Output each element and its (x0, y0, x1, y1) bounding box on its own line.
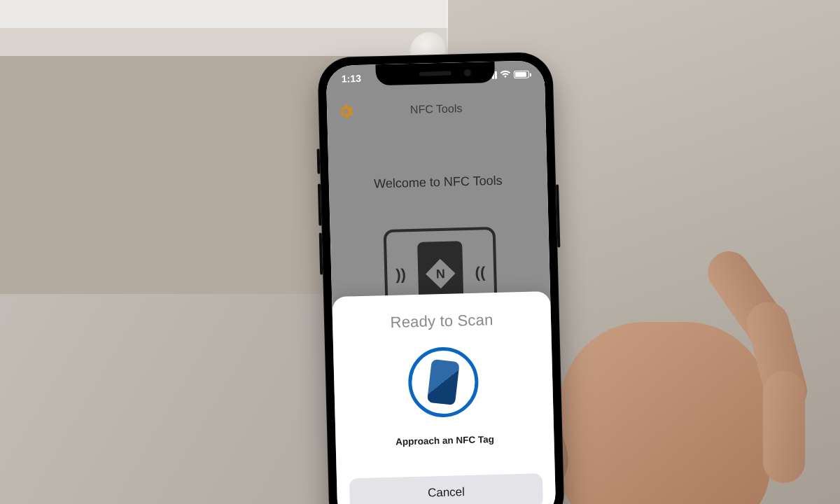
cancel-button[interactable]: Cancel (349, 473, 543, 504)
scan-sheet: Ready to Scan Approach an NFC Tag Cancel (332, 291, 556, 504)
nfc-wave-right-icon: (( (475, 263, 485, 281)
gear-icon[interactable] (337, 102, 356, 121)
status-time: 1:13 (342, 73, 361, 85)
nav-bar: NFC Tools (327, 91, 546, 127)
nav-title: NFC Tools (410, 102, 463, 116)
scan-sheet-message: Approach an NFC Tag (396, 434, 494, 447)
notch (375, 62, 495, 85)
battery-icon (514, 70, 529, 78)
iphone-device: 1:13 NFC Tools Welcome to NFC Tools )) N (317, 52, 565, 504)
nfc-wave-left-icon: )) (396, 265, 406, 284)
phone-screen: 1:13 NFC Tools Welcome to NFC Tools )) N (326, 60, 556, 504)
scan-phone-icon (407, 346, 479, 419)
scan-sheet-title: Ready to Scan (390, 311, 493, 332)
wifi-icon (500, 69, 511, 80)
